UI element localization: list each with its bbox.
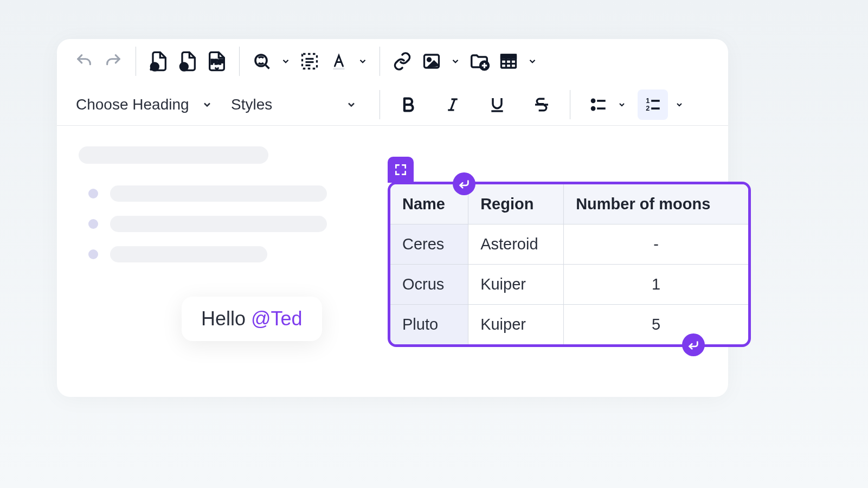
table-insert-before-icon[interactable] xyxy=(453,172,475,195)
svg-text:W: W xyxy=(152,64,158,70)
separator xyxy=(380,47,380,76)
italic-button[interactable] xyxy=(438,89,468,120)
heading-dropdown[interactable]: Choose Heading xyxy=(70,90,222,119)
bold-button[interactable] xyxy=(393,89,423,120)
table-header-cell[interactable]: Number of moons xyxy=(564,184,748,224)
data-table[interactable]: Name Region Number of moons Ceres Astero… xyxy=(390,184,748,344)
mention-text: Hello xyxy=(201,307,246,330)
folder-add-button[interactable] xyxy=(466,48,493,75)
underline-button[interactable] xyxy=(482,89,512,120)
undo-button[interactable] xyxy=(70,48,98,75)
table-cell[interactable]: Asteroid xyxy=(468,224,564,265)
table-cell[interactable]: Pluto xyxy=(390,305,468,345)
svg-line-23 xyxy=(451,99,455,110)
svg-rect-11 xyxy=(333,68,345,70)
styles-dropdown-label: Styles xyxy=(231,96,272,113)
bullet-list-button[interactable] xyxy=(583,89,614,120)
placeholder-line xyxy=(110,246,267,262)
insert-table-dropdown[interactable] xyxy=(524,48,541,75)
mention-name[interactable]: @Ted xyxy=(251,307,303,330)
mention-chip: Hello @Ted xyxy=(182,297,322,341)
placeholder-line xyxy=(110,216,327,232)
svg-point-26 xyxy=(592,99,595,102)
separator xyxy=(570,90,570,119)
separator xyxy=(380,90,380,119)
insert-table-button[interactable] xyxy=(495,48,522,75)
table-header-row: Name Region Number of moons xyxy=(390,184,748,224)
import-word-button[interactable]: W xyxy=(145,48,172,75)
svg-rect-20 xyxy=(501,55,516,58)
placeholder-bullet xyxy=(88,249,98,259)
export-word-button[interactable]: W xyxy=(174,48,201,75)
placeholder-line xyxy=(79,146,268,164)
table-cell[interactable]: Ceres xyxy=(390,224,468,265)
toolbar-secondary: Choose Heading Styles xyxy=(57,84,728,126)
table-cell[interactable]: Kuiper xyxy=(468,265,564,305)
table-header-cell[interactable]: Region xyxy=(468,184,564,224)
strikethrough-button[interactable] xyxy=(526,89,557,120)
image-dropdown[interactable] xyxy=(447,48,464,75)
font-color-dropdown[interactable] xyxy=(355,48,371,75)
toolbar-primary: W W PDF xyxy=(57,39,728,84)
svg-text:PDF: PDF xyxy=(211,59,223,65)
table-cell[interactable]: 1 xyxy=(564,265,748,305)
placeholder-bullet xyxy=(88,189,98,198)
find-replace-dropdown[interactable] xyxy=(278,48,294,75)
svg-point-13 xyxy=(428,58,431,61)
svg-text:W: W xyxy=(182,64,187,70)
separator xyxy=(136,47,136,76)
font-color-button[interactable] xyxy=(325,48,352,75)
table-cell[interactable]: Ocrus xyxy=(390,265,468,305)
svg-point-27 xyxy=(592,107,595,110)
image-button[interactable] xyxy=(418,48,445,75)
select-all-button[interactable] xyxy=(296,48,323,75)
find-replace-button[interactable] xyxy=(248,48,275,75)
table-widget[interactable]: Name Region Number of moons Ceres Astero… xyxy=(388,182,751,347)
numbered-list-dropdown[interactable] xyxy=(671,89,687,120)
separator xyxy=(239,47,240,76)
redo-button[interactable] xyxy=(100,48,127,75)
heading-dropdown-label: Choose Heading xyxy=(76,96,189,113)
numbered-list-button[interactable]: 12 xyxy=(638,89,668,120)
svg-text:2: 2 xyxy=(646,104,650,112)
link-button[interactable] xyxy=(389,48,416,75)
table-row: Ceres Asteroid - xyxy=(390,224,748,265)
table-cell[interactable]: - xyxy=(564,224,748,265)
table-insert-after-icon[interactable] xyxy=(682,333,705,356)
placeholder-line xyxy=(110,185,327,202)
styles-dropdown[interactable]: Styles xyxy=(226,90,367,119)
bullet-list-dropdown[interactable] xyxy=(614,89,630,120)
table-row: Ocrus Kuiper 1 xyxy=(390,265,748,305)
table-expand-handle[interactable] xyxy=(388,157,414,183)
table-cell[interactable]: Kuiper xyxy=(468,305,564,345)
export-pdf-button[interactable]: PDF xyxy=(203,48,230,75)
placeholder-bullet xyxy=(88,219,98,229)
table-cell[interactable]: 5 xyxy=(564,305,748,345)
svg-text:1: 1 xyxy=(646,97,650,105)
